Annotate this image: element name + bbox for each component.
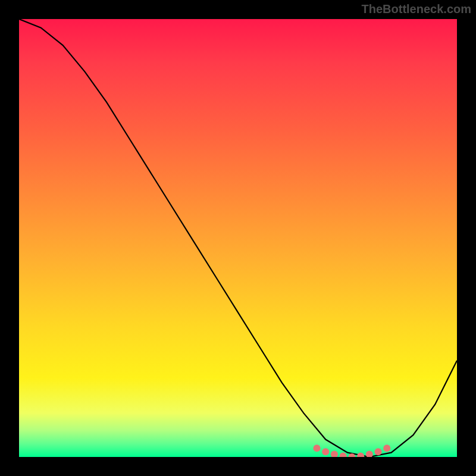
curve-marker <box>331 451 338 457</box>
curve-marker <box>383 444 390 452</box>
curve-marker <box>375 448 382 455</box>
curve-marker <box>322 448 329 455</box>
bottleneck-curve <box>19 19 457 457</box>
curve-marker <box>313 444 320 452</box>
chart-plot-area <box>19 19 457 457</box>
curve-marker <box>340 453 347 457</box>
chart-curve-svg <box>19 19 457 457</box>
curve-markers <box>313 444 390 457</box>
curve-marker <box>357 453 364 457</box>
curve-marker <box>366 451 373 457</box>
watermark-text: TheBottleneck.com <box>362 2 471 16</box>
